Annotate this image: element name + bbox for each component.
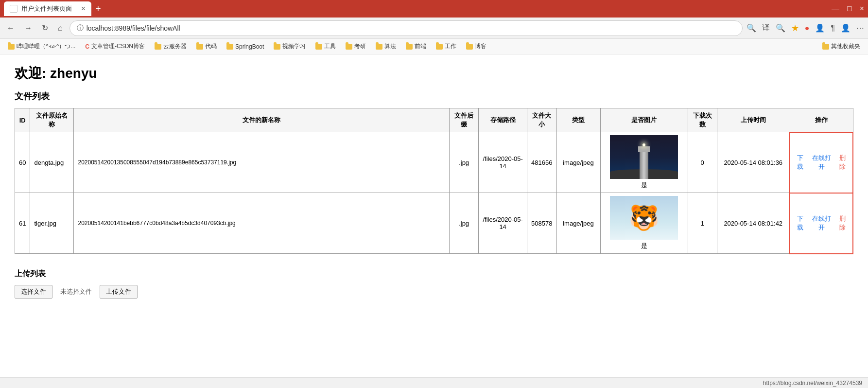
bookmark-folder-icon	[436, 44, 443, 50]
cell-original-name: tiger.jpg	[30, 193, 74, 254]
actions-container: 下载 在线打开 删除	[794, 214, 849, 232]
is-image-label: 是	[641, 242, 647, 250]
search-toolbar-icon[interactable]: 🔍	[776, 23, 785, 33]
address-info-icon: ⓘ	[77, 24, 84, 33]
bookmark-folder-icon	[226, 44, 233, 50]
actions-container: 下载 在线打开 删除	[794, 154, 849, 171]
cell-path: /files/2020-05-14	[479, 132, 527, 193]
bookmark-frontend[interactable]: 前端	[402, 41, 430, 52]
zoom-icon[interactable]: 🔍	[746, 23, 756, 33]
bookmark-label: 考研	[354, 42, 366, 51]
account-icon[interactable]: 👤	[815, 23, 825, 33]
browser-tab[interactable]: 用户文件列表页面 ×	[4, 1, 91, 16]
file-table: ID 文件原始名称 文件的新名称 文件后缀 存储路径 文件大小 类型 是否图片 …	[15, 108, 853, 254]
th-actions: 操作	[790, 108, 853, 132]
file-list-title: 文件列表	[15, 90, 853, 102]
avatar-icon[interactable]: 👤	[841, 23, 851, 33]
upload-file-button[interactable]: 上传文件	[100, 285, 138, 299]
welcome-heading: 欢迎: zhenyu	[15, 64, 853, 83]
cell-new-name: 20200514200141bebb6777c0bd48a3a4b5dc3d40…	[74, 193, 450, 254]
minimize-button[interactable]: —	[832, 4, 839, 13]
bookmark-video[interactable]: 视频学习	[270, 41, 310, 52]
image-cell: 是	[605, 135, 684, 190]
open-online-link-2[interactable]: 在线打开	[809, 214, 833, 232]
bookmark-label: 博客	[475, 42, 486, 51]
bookmark-bilibili[interactable]: 哔哩哔哩（^·ω·^）つ...	[4, 41, 79, 52]
bookmark-cloud[interactable]: 云服务器	[151, 41, 191, 52]
th-downloads: 下载次数	[688, 108, 717, 132]
upload-controls: 选择文件 未选择文件 上传文件	[15, 285, 853, 299]
opera-icon[interactable]: ●	[805, 24, 810, 33]
delete-link-2[interactable]: 删除	[836, 214, 849, 232]
cell-upload-time: 2020-05-14 08:01:36	[717, 132, 790, 193]
translate-icon[interactable]: 译	[762, 23, 770, 33]
bookmarks-bar: 哔哩哔哩（^·ω·^）つ... C 文章管理-CSDN博客 云服务器 代码 Sp…	[0, 39, 868, 54]
bookmark-icon[interactable]: ★	[791, 23, 799, 34]
menu-icon[interactable]: ⋯	[856, 23, 864, 33]
upload-section: 上传列表 选择文件 未选择文件 上传文件	[15, 269, 853, 299]
bookmark-folder-icon	[376, 44, 382, 50]
th-upload-time: 上传时间	[717, 108, 790, 132]
upload-list-title: 上传列表	[15, 269, 853, 279]
bookmark-label: 视频学习	[282, 42, 306, 51]
bookmark-work[interactable]: 工作	[432, 41, 460, 52]
cell-type: image/jpeg	[556, 132, 600, 193]
cell-type: image/jpeg	[556, 193, 600, 254]
delete-link-1[interactable]: 删除	[836, 154, 849, 171]
cell-actions: 下载 在线打开 删除	[790, 193, 853, 254]
table-header-row: ID 文件原始名称 文件的新名称 文件后缀 存储路径 文件大小 类型 是否图片 …	[15, 108, 853, 132]
forward-button[interactable]: →	[21, 22, 35, 35]
bookmark-label: SpringBoot	[235, 43, 264, 50]
tiger-image: 🐯	[610, 196, 678, 240]
bookmark-springboot[interactable]: SpringBoot	[223, 42, 268, 51]
bookmark-tools[interactable]: 工具	[312, 41, 340, 52]
cell-suffix: .jpg	[450, 132, 479, 193]
browser-titlebar: 用户文件列表页面 × + — □ ×	[0, 0, 868, 18]
th-id: ID	[15, 108, 30, 132]
is-image-label: 是	[641, 181, 647, 190]
back-button[interactable]: ←	[4, 22, 17, 35]
close-window-button[interactable]: ×	[860, 4, 864, 13]
download-link-1[interactable]: 下载	[794, 154, 806, 171]
bookmark-folder-icon	[822, 44, 829, 50]
bookmark-label: 算法	[384, 42, 396, 51]
bookmark-folder-icon	[155, 44, 161, 50]
paragraph-icon[interactable]: ¶	[831, 24, 835, 33]
open-online-link-1[interactable]: 在线打开	[809, 154, 833, 171]
bookmark-folder-icon	[196, 44, 203, 50]
bookmark-blog[interactable]: 博客	[462, 41, 490, 52]
bookmark-others[interactable]: 其他收藏夹	[818, 41, 864, 52]
bookmark-folder-icon	[466, 44, 473, 50]
cell-is-image: 是	[600, 132, 688, 193]
bookmark-label: 文章管理-CSDN博客	[91, 42, 145, 51]
bookmark-graduate[interactable]: 考研	[342, 41, 370, 52]
bookmark-folder-icon	[406, 44, 413, 50]
lighthouse-top	[638, 146, 650, 152]
home-button[interactable]: ⌂	[55, 22, 66, 35]
download-link-2[interactable]: 下载	[794, 214, 806, 232]
cell-new-name: 20200514200135008555047d194b73889e865c53…	[74, 132, 450, 193]
bookmark-folder-icon	[8, 44, 15, 50]
refresh-button[interactable]: ↻	[39, 21, 51, 35]
cell-original-name: dengta.jpg	[30, 132, 74, 193]
bookmark-algorithm[interactable]: 算法	[372, 41, 400, 52]
bookmark-folder-icon	[274, 44, 280, 50]
window-controls: — □ ×	[832, 4, 864, 13]
toolbar-icons: 🔍 译 🔍 ★ ● 👤 ¶ 👤 ⋯	[746, 23, 864, 34]
maximize-button[interactable]: □	[847, 4, 852, 13]
tab-close-button[interactable]: ×	[81, 4, 86, 13]
new-tab-button[interactable]: +	[95, 3, 101, 15]
th-type: 类型	[556, 108, 600, 132]
csdn-icon: C	[85, 43, 89, 50]
th-original-name: 文件原始名称	[30, 108, 74, 132]
bookmark-label: 工具	[324, 42, 336, 51]
choose-file-button[interactable]: 选择文件	[15, 285, 52, 299]
th-path: 存储路径	[479, 108, 527, 132]
bookmark-label: 哔哩哔哩（^·ω·^）つ...	[17, 42, 75, 51]
bookmark-csdn[interactable]: C 文章管理-CSDN博客	[81, 41, 149, 52]
address-bar[interactable]: ⓘ localhost:8989/files/file/showAll	[69, 20, 743, 36]
bookmark-folder-icon	[346, 44, 352, 50]
table-row: 60 dengta.jpg 20200514200135008555047d19…	[15, 132, 853, 193]
bookmark-code[interactable]: 代码	[192, 41, 221, 52]
address-text: localhost:8989/files/file/showAll	[87, 24, 735, 32]
